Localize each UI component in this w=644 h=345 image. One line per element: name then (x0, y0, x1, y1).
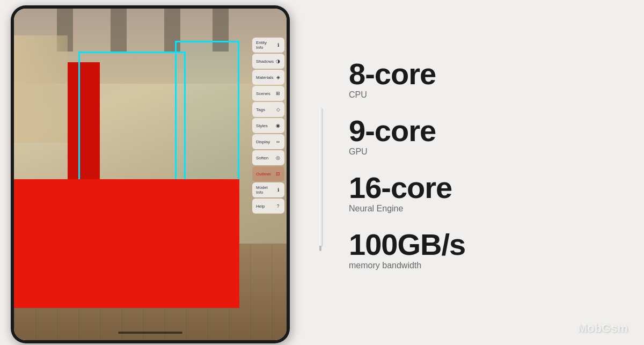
spec-value-3: 100GB/s (349, 230, 612, 260)
sofa-red (14, 179, 239, 308)
toolbar-item-label: Display (255, 140, 274, 144)
spec-value-0: 8-core (349, 59, 612, 89)
toolbar-item-icon: ◇ (274, 106, 282, 113)
spec-label-0: CPU (349, 90, 612, 100)
home-indicator (118, 332, 182, 334)
tablet-section: Entity InfoℹShadows◑Materials◈Scenes⊞Tag… (0, 0, 317, 345)
toolbar-item-icon: ◎ (274, 154, 282, 162)
spec-value-2: 16-core (349, 173, 612, 203)
spec-label-2: Neural Engine (349, 204, 612, 214)
toolbar-item-styles[interactable]: Styles◉ (252, 118, 284, 133)
toolbar-item-icon: ∞ (274, 138, 282, 145)
toolbar-item-label: Scenes (255, 91, 274, 96)
pencil-tip (319, 246, 321, 251)
apple-pencil (318, 107, 323, 247)
toolbar-item-label: Model Info (255, 185, 274, 195)
toolbar-item-label: Shadows (255, 59, 274, 64)
toolbar-item-tags[interactable]: Tags◇ (252, 102, 284, 117)
toolbar-item-icon: ◈ (274, 74, 282, 81)
toolbar-item-entity-info[interactable]: Entity Infoℹ (252, 38, 284, 53)
toolbar-item-label: Styles (255, 123, 274, 128)
window-light (14, 35, 68, 143)
cyan-frame-2 (175, 41, 239, 191)
tablet-frame: Entity InfoℹShadows◑Materials◈Scenes⊞Tag… (11, 5, 290, 343)
specs-section: 8-coreCPU9-coreGPU16-coreNeural Engine10… (317, 0, 644, 345)
toolbar-item-label: Outliner (255, 172, 274, 177)
spec-label-1: GPU (349, 147, 612, 157)
toolbar-item-outliner[interactable]: Outliner⊟ (252, 166, 284, 181)
spec-item-2: 16-coreNeural Engine (349, 173, 612, 214)
toolbar-item-shadows[interactable]: Shadows◑ (252, 54, 284, 69)
toolbar-item-scenes[interactable]: Scenes⊞ (252, 86, 284, 101)
spec-item-1: 9-coreGPU (349, 116, 612, 157)
toolbar-item-display[interactable]: Display∞ (252, 134, 284, 149)
toolbar-item-icon: ⊟ (274, 170, 282, 178)
tablet-inner: Entity InfoℹShadows◑Materials◈Scenes⊞Tag… (14, 9, 287, 340)
toolbar-item-icon: ℹ (274, 186, 282, 194)
toolbar-item-label: Materials (255, 75, 274, 80)
toolbar-item-icon: ⊞ (274, 90, 282, 97)
toolbar-item-label: Entity Info (255, 40, 274, 50)
toolbar-item-help[interactable]: Help? (252, 199, 284, 214)
toolbar-item-label: Soften (255, 156, 274, 160)
toolbar-item-label: Tags (255, 107, 274, 112)
toolbar-item-soften[interactable]: Soften◎ (252, 150, 284, 165)
spec-value-1: 9-core (349, 116, 612, 146)
watermark: MobGsm (577, 321, 628, 335)
toolbar-item-icon: ◉ (274, 122, 282, 129)
toolbar: Entity InfoℹShadows◑Materials◈Scenes⊞Tag… (250, 35, 287, 216)
toolbar-item-model-info[interactable]: Model Infoℹ (252, 182, 284, 197)
toolbar-item-icon: ? (274, 202, 282, 210)
toolbar-item-materials[interactable]: Materials◈ (252, 70, 284, 85)
toolbar-item-icon: ◑ (274, 57, 282, 65)
spec-item-3: 100GB/smemory bandwidth (349, 230, 612, 270)
toolbar-item-icon: ℹ (274, 41, 282, 49)
spec-label-3: memory bandwidth (349, 261, 612, 270)
toolbar-item-label: Help (255, 204, 274, 209)
spec-item-0: 8-coreCPU (349, 59, 612, 100)
